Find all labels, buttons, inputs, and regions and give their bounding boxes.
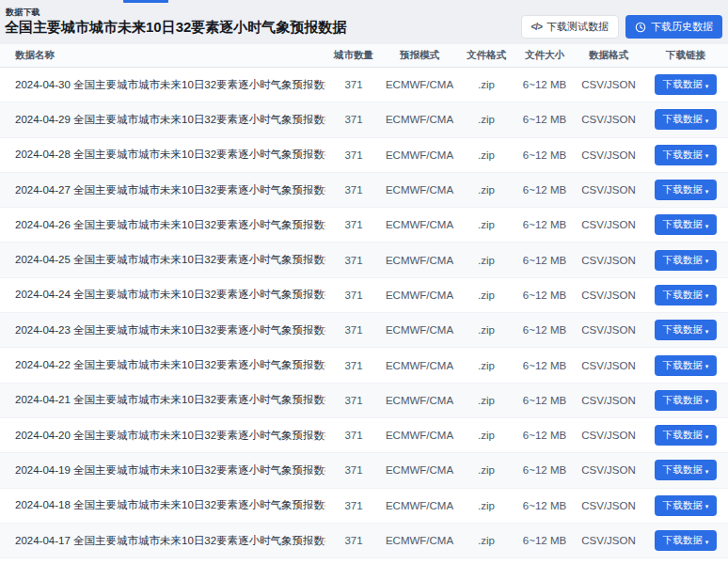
row-data-format: CSV/JSON xyxy=(574,430,643,441)
download-data-label: 下载数据 xyxy=(663,78,703,91)
row-data-name: 2024-04-19 全国主要城市城市未来10日32要素逐小时气象预报数据 xyxy=(0,463,325,478)
row-file-size: 6~12 MB xyxy=(515,360,574,371)
row-forecast-model: ECMWF/CMA xyxy=(382,500,457,511)
download-data-button[interactable]: 下载数据 ▾ xyxy=(655,109,717,130)
table-row: 2024-04-30 全国主要城市城市未来10日32要素逐小时气象预报数据 37… xyxy=(0,68,728,102)
row-file-format: .zip xyxy=(457,149,515,161)
row-data-name: 2024-04-20 全国主要城市城市未来10日32要素逐小时气象预报数据 xyxy=(0,429,325,443)
download-data-button[interactable]: 下载数据 ▾ xyxy=(655,425,717,446)
download-test-data-button[interactable]: </> 下载测试数据 xyxy=(521,15,619,39)
header-download-link: 下载链接 xyxy=(643,49,728,62)
chevron-down-icon: ▾ xyxy=(705,258,709,264)
table-row: 2024-04-19 全国主要城市城市未来10日32要素逐小时气象预报数据 37… xyxy=(0,453,728,488)
download-data-label: 下载数据 xyxy=(663,429,703,442)
row-data-format: CSV/JSON xyxy=(574,324,643,336)
row-file-size: 6~12 MB xyxy=(515,79,574,90)
table-row: 2024-04-21 全国主要城市城市未来10日32要素逐小时气象预报数据 37… xyxy=(0,384,728,418)
row-city-count: 371 xyxy=(325,114,382,125)
row-data-format: CSV/JSON xyxy=(574,79,643,90)
download-data-label: 下载数据 xyxy=(663,289,703,302)
row-forecast-model: ECMWF/CMA xyxy=(382,255,457,266)
row-forecast-model: ECMWF/CMA xyxy=(382,324,457,336)
active-tab-indicator xyxy=(123,0,168,3)
row-city-count: 371 xyxy=(325,464,382,476)
history-clock-icon xyxy=(635,22,646,33)
table-header-row: 数据名称 城市数量 预报模式 文件格式 文件大小 数据格式 下载链接 xyxy=(0,44,728,68)
header-data-format: 数据格式 xyxy=(574,49,643,62)
chevron-down-icon: ▾ xyxy=(705,468,709,475)
download-data-button[interactable]: 下载数据 ▾ xyxy=(655,214,717,235)
download-data-button[interactable]: 下载数据 ▾ xyxy=(655,285,717,306)
download-data-button[interactable]: 下载数据 ▾ xyxy=(655,390,717,411)
row-file-size: 6~12 MB xyxy=(515,114,574,125)
download-data-button[interactable]: 下载数据 ▾ xyxy=(655,145,717,165)
row-city-count: 371 xyxy=(325,360,382,371)
row-forecast-model: ECMWF/CMA xyxy=(382,430,457,441)
chevron-down-icon: ▾ xyxy=(705,503,709,509)
row-file-format: .zip xyxy=(457,114,515,125)
row-file-format: .zip xyxy=(457,324,515,336)
download-data-label: 下载数据 xyxy=(663,113,703,126)
download-data-button[interactable]: 下载数据 ▾ xyxy=(655,250,717,271)
row-forecast-model: ECMWF/CMA xyxy=(382,149,457,161)
row-file-format: .zip xyxy=(457,535,515,546)
row-city-count: 371 xyxy=(325,395,382,406)
download-data-button[interactable]: 下载数据 ▾ xyxy=(655,180,717,200)
row-data-name: 2024-04-18 全国主要城市城市未来10日32要素逐小时气象预报数据 xyxy=(0,498,325,512)
download-data-button[interactable]: 下载数据 ▾ xyxy=(655,320,717,340)
download-data-button[interactable]: 下载数据 ▾ xyxy=(655,460,717,480)
chevron-down-icon: ▾ xyxy=(705,328,709,335)
row-data-format: CSV/JSON xyxy=(574,360,643,371)
download-data-button[interactable]: 下载数据 ▾ xyxy=(655,495,717,516)
header-data-name: 数据名称 xyxy=(0,49,325,62)
row-forecast-model: ECMWF/CMA xyxy=(382,535,457,546)
row-file-format: .zip xyxy=(457,290,515,301)
table-row: 2024-04-18 全国主要城市城市未来10日32要素逐小时气象预报数据 37… xyxy=(0,489,728,524)
row-file-size: 6~12 MB xyxy=(515,255,574,266)
table-row: 2024-04-24 全国主要城市城市未来10日32要素逐小时气象预报数据 37… xyxy=(0,278,728,313)
row-data-format: CSV/JSON xyxy=(574,219,643,230)
chevron-down-icon: ▾ xyxy=(705,188,709,195)
row-forecast-model: ECMWF/CMA xyxy=(382,114,457,125)
row-forecast-model: ECMWF/CMA xyxy=(382,464,457,476)
row-forecast-model: ECMWF/CMA xyxy=(382,79,457,90)
row-data-format: CSV/JSON xyxy=(574,535,643,546)
row-city-count: 371 xyxy=(325,430,382,441)
row-data-name: 2024-04-26 全国主要城市城市未来10日32要素逐小时气象预报数据 xyxy=(0,218,325,232)
row-city-count: 371 xyxy=(325,535,382,546)
row-file-format: .zip xyxy=(457,360,515,371)
row-data-format: CSV/JSON xyxy=(574,395,643,406)
row-file-format: .zip xyxy=(457,500,515,511)
table-body: 2024-04-30 全国主要城市城市未来10日32要素逐小时气象预报数据 37… xyxy=(0,68,728,564)
row-file-size: 6~12 MB xyxy=(515,535,574,546)
row-city-count: 371 xyxy=(325,219,382,230)
header-file-format: 文件格式 xyxy=(457,49,515,62)
download-history-data-button[interactable]: 下载历史数据 xyxy=(625,15,722,39)
download-data-label: 下载数据 xyxy=(663,183,703,196)
row-data-name: 2024-04-28 全国主要城市城市未来10日32要素逐小时气象预报数据 xyxy=(0,148,325,162)
chevron-down-icon: ▾ xyxy=(705,118,709,124)
row-data-name: 2024-04-21 全国主要城市城市未来10日32要素逐小时气象预报数据 xyxy=(0,393,325,407)
row-data-name: 2024-04-29 全国主要城市城市未来10日32要素逐小时气象预报数据 xyxy=(0,113,325,127)
download-data-button[interactable]: 下载数据 ▾ xyxy=(655,74,717,95)
row-data-name: 2024-04-27 全国主要城市城市未来10日32要素逐小时气象预报数据 xyxy=(0,183,325,197)
row-file-format: .zip xyxy=(457,430,515,441)
row-data-name: 2024-04-23 全国主要城市城市未来10日32要素逐小时气象预报数据 xyxy=(0,323,325,337)
table-row: 2024-04-28 全国主要城市城市未来10日32要素逐小时气象预报数据 37… xyxy=(0,138,728,173)
row-file-format: .zip xyxy=(457,219,515,230)
header-file-size: 文件大小 xyxy=(515,49,574,62)
row-data-format: CSV/JSON xyxy=(574,255,643,266)
download-data-button[interactable]: 下载数据 ▾ xyxy=(655,355,717,376)
row-file-size: 6~12 MB xyxy=(515,430,574,441)
row-data-format: CSV/JSON xyxy=(574,290,643,301)
download-data-label: 下载数据 xyxy=(663,149,703,162)
chevron-down-icon: ▾ xyxy=(705,363,709,369)
download-data-button[interactable]: 下载数据 ▾ xyxy=(655,530,717,551)
download-data-label: 下载数据 xyxy=(663,394,703,407)
row-data-name: 2024-04-25 全国主要城市城市未来10日32要素逐小时气象预报数据 xyxy=(0,253,325,267)
row-file-format: .zip xyxy=(457,464,515,476)
table-row: 2024-04-17 全国主要城市城市未来10日32要素逐小时气象预报数据 37… xyxy=(0,524,728,558)
download-data-label: 下载数据 xyxy=(663,534,703,547)
download-data-label: 下载数据 xyxy=(663,323,703,337)
download-data-label: 下载数据 xyxy=(663,463,703,477)
